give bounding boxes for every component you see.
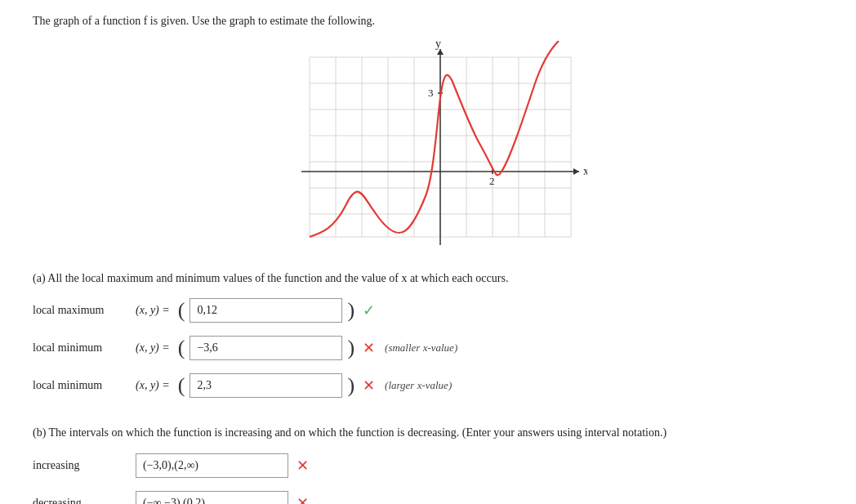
page-container: The graph of a function f is given. Use … [0, 0, 856, 504]
x2-label: 2 [489, 175, 495, 187]
local-max-label: local maximum [33, 304, 131, 317]
local-min-2-open-paren: ( [178, 375, 185, 396]
local-min-2-input[interactable] [189, 373, 342, 398]
decreasing-x-icon: ✕ [296, 494, 309, 504]
local-max-xy: (x, y) = [136, 304, 170, 317]
local-min-1-hint: (smaller x-value) [385, 341, 457, 355]
decreasing-label: decreasing [33, 497, 131, 504]
increasing-x-icon: ✕ [296, 457, 309, 475]
y3-label: 3 [428, 87, 434, 99]
local-min-2-hint: (larger x-value) [385, 379, 452, 392]
local-min-1-open-paren: ( [178, 337, 185, 359]
local-max-check-icon: ✓ [363, 301, 375, 319]
graph-area: x y 3 2 [33, 41, 831, 253]
svg-marker-22 [437, 49, 444, 55]
increasing-label: increasing [33, 459, 131, 472]
decreasing-row: decreasing ✕ [33, 491, 831, 504]
graph-svg: x y 3 2 [277, 41, 587, 253]
decreasing-input[interactable] [136, 491, 288, 504]
local-min-1-xy: (x, y) = [136, 341, 170, 355]
local-min-2-row: local minimum (x, y) = ( ) ✕ (larger x-v… [33, 373, 831, 398]
local-min-1-input[interactable] [189, 336, 342, 360]
local-max-close-paren: ) [347, 300, 354, 321]
svg-marker-21 [573, 168, 579, 175]
local-min-2-x-icon: ✕ [363, 377, 375, 395]
intro-text: The graph of a function f is given. Use … [33, 15, 831, 28]
local-min-1-close-paren: ) [347, 337, 354, 359]
local-min-1-row: local minimum (x, y) = ( ) ✕ (smaller x-… [33, 336, 831, 360]
y-axis-label: y [435, 41, 441, 50]
local-max-input[interactable] [189, 298, 342, 323]
local-maximum-row: local maximum (x, y) = ( ) ✓ [33, 298, 831, 323]
increasing-input[interactable] [136, 453, 288, 478]
local-min-1-label: local minimum [33, 341, 131, 355]
function-graph-svg: x y 3 2 [277, 41, 587, 253]
local-min-1-x-icon: ✕ [363, 339, 375, 357]
local-min-2-close-paren: ) [347, 375, 354, 396]
x-axis-label: x [583, 165, 587, 177]
local-max-open-paren: ( [178, 300, 185, 321]
local-min-2-label: local minimum [33, 379, 131, 392]
part-a-label: (a) All the local maximum and minimum va… [33, 270, 831, 287]
local-min-2-xy: (x, y) = [136, 379, 170, 392]
increasing-row: increasing ✕ [33, 453, 831, 478]
part-b-label: (b) The intervals on which the function … [33, 424, 831, 442]
